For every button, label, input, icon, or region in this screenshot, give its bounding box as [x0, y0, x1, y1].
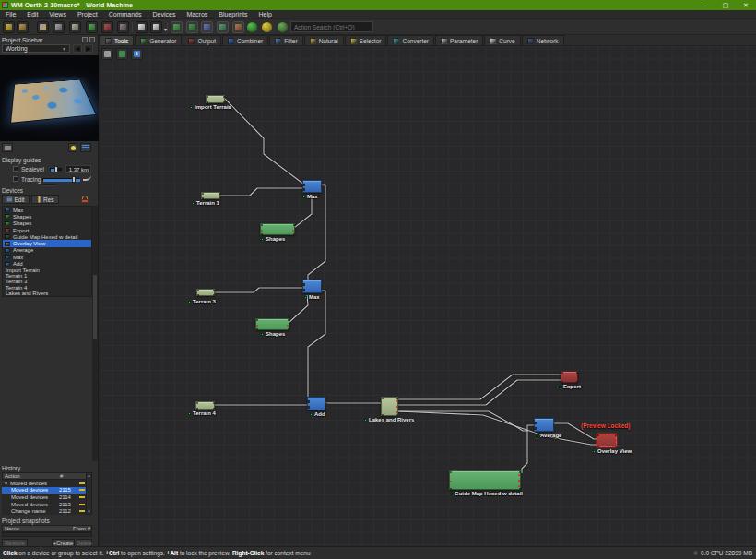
- sidebar-splitter[interactable]: [41, 184, 56, 186]
- device-list-item[interactable]: Shapes: [3, 213, 91, 220]
- menu-devices[interactable]: Devices: [147, 10, 181, 18]
- menu-edit[interactable]: Edit: [21, 10, 43, 18]
- device-list-item[interactable]: Lakes and Rivers: [3, 291, 91, 296]
- device-list-item[interactable]: Guide Map Hexed w detail: [3, 233, 91, 240]
- render-sphere-yellow-icon[interactable]: [261, 21, 273, 33]
- device-list-item[interactable]: Export: [3, 227, 91, 233]
- node-graph-canvas[interactable]: (Preview Locked) +Import TerrainTerrain …: [100, 46, 756, 546]
- history-row[interactable]: Moved devices2113: [2, 501, 86, 508]
- sealevel-checkbox[interactable]: [13, 166, 18, 172]
- device-list-item[interactable]: Shapes: [3, 220, 91, 227]
- node-shapes-2[interactable]: [255, 318, 289, 330]
- tracing-options-icon[interactable]: [83, 175, 91, 182]
- scroll-down-icon[interactable]: ▼: [87, 509, 90, 514]
- tab-natural[interactable]: Natural: [304, 35, 344, 45]
- preview-view-icon[interactable]: [217, 21, 229, 33]
- tracing-checkbox[interactable]: [13, 176, 18, 182]
- devices-res-button[interactable]: ❚Res: [31, 195, 59, 204]
- device-list-item[interactable]: Max: [3, 207, 91, 213]
- tab-combiner[interactable]: Combiner: [222, 35, 268, 45]
- tracing-slider[interactable]: [42, 178, 79, 181]
- new-project-icon[interactable]: [3, 21, 15, 33]
- history-scrollbar[interactable]: ▲ ▼: [86, 472, 92, 515]
- device-placement-tool[interactable]: [116, 48, 128, 60]
- explorer-view-icon[interactable]: [201, 21, 213, 33]
- display-layers-icon[interactable]: [80, 143, 91, 152]
- node-max-1[interactable]: [302, 180, 322, 193]
- view-selector-dropdown[interactable]: Working ▼: [2, 44, 70, 53]
- history-row[interactable]: Moved devices2114: [2, 494, 86, 501]
- device-list-item[interactable]: Max: [3, 254, 91, 260]
- node-overlay-view[interactable]: [597, 434, 617, 447]
- clone-device-tool[interactable]: [101, 48, 113, 60]
- camera-icon[interactable]: [2, 143, 13, 152]
- device-list-item[interactable]: Average: [3, 247, 91, 254]
- history-row[interactable]: Change name2112: [2, 507, 86, 515]
- macro-library-icon[interactable]: [117, 21, 129, 33]
- grid-layout-dropdown-icon[interactable]: ▾: [164, 26, 167, 32]
- tree-expand-icon[interactable]: ▼: [4, 481, 8, 486]
- scrollbar-thumb[interactable]: [93, 275, 97, 339]
- lightbulb-icon[interactable]: [68, 143, 77, 152]
- open-project-icon[interactable]: [17, 21, 29, 33]
- add-device-tool[interactable]: +: [131, 48, 143, 60]
- texture-view-icon[interactable]: [232, 21, 244, 33]
- close-button[interactable]: ✕: [736, 0, 756, 10]
- tab-parameter[interactable]: Parameter: [435, 35, 483, 45]
- maximize-button[interactable]: ▢: [715, 0, 736, 10]
- node-import-terrain[interactable]: [206, 95, 225, 103]
- node-max-2[interactable]: [302, 280, 322, 293]
- scroll-up-icon[interactable]: ▲: [87, 473, 90, 478]
- menu-file[interactable]: File: [0, 10, 21, 18]
- menu-help[interactable]: Help: [253, 10, 277, 18]
- node-guide-map-hexed[interactable]: [449, 470, 521, 490]
- tab-curve[interactable]: Curve: [484, 35, 520, 45]
- grid-layout-icon[interactable]: [150, 21, 162, 33]
- notes-icon[interactable]: [101, 21, 113, 33]
- sealevel-slider-thumb[interactable]: [54, 166, 58, 172]
- tab-filter[interactable]: Filter: [269, 35, 302, 45]
- project-wizard-icon[interactable]: [37, 21, 49, 33]
- tab-converter[interactable]: Converter: [387, 35, 434, 45]
- tab-output[interactable]: Output: [183, 35, 221, 45]
- node-lakes-and-rivers[interactable]: [381, 397, 398, 416]
- menu-blueprints[interactable]: Blueprints: [213, 10, 253, 18]
- device-list-scrollbar[interactable]: [92, 206, 98, 461]
- view-next-button[interactable]: ▶: [84, 44, 93, 53]
- node-shapes-1[interactable]: [260, 223, 295, 235]
- node-export[interactable]: [561, 371, 578, 383]
- device-list-item[interactable]: Add: [3, 260, 91, 267]
- device-workview-icon[interactable]: [171, 21, 183, 33]
- render-sphere-green-icon[interactable]: [246, 21, 258, 33]
- sidebar-close-icon[interactable]: [89, 37, 95, 42]
- tracing-slider-thumb[interactable]: [72, 176, 76, 183]
- layout-view-icon[interactable]: [186, 21, 198, 33]
- node-terrain-1[interactable]: [201, 192, 220, 199]
- menu-macros[interactable]: Macros: [181, 10, 213, 18]
- tab-network[interactable]: Network: [522, 35, 564, 45]
- tab-tools[interactable]: Tools: [100, 35, 134, 45]
- sidebar-float-icon[interactable]: [82, 37, 88, 42]
- device-list-item[interactable]: Overlay View: [3, 240, 91, 246]
- node-terrain-3[interactable]: [196, 289, 215, 296]
- sealevel-value[interactable]: 1.37 km: [65, 165, 91, 173]
- minimize-button[interactable]: –: [695, 0, 715, 10]
- view-prev-button[interactable]: ◀: [73, 44, 82, 53]
- history-row[interactable]: ▼Moved devices: [2, 480, 86, 487]
- tab-generator[interactable]: Generator: [135, 35, 182, 45]
- history-row[interactable]: Moved devices2115: [2, 487, 86, 494]
- single-view-icon[interactable]: [136, 21, 148, 33]
- terrain-3d-preview[interactable]: [0, 55, 99, 141]
- action-search-input[interactable]: [290, 21, 373, 32]
- node-add[interactable]: [307, 397, 325, 410]
- devices-edit-button[interactable]: ▤Edit: [2, 195, 30, 204]
- node-average[interactable]: [534, 418, 554, 432]
- lock-icon[interactable]: [81, 196, 89, 203]
- render-sphere-textured-icon[interactable]: [277, 21, 289, 33]
- node-terrain-4[interactable]: [195, 401, 215, 410]
- sealevel-slider[interactable]: [50, 168, 62, 171]
- save-project-icon[interactable]: [53, 21, 65, 33]
- menu-views[interactable]: Views: [43, 10, 72, 18]
- build-tools-icon[interactable]: [69, 21, 81, 33]
- tab-selector[interactable]: Selector: [345, 35, 387, 45]
